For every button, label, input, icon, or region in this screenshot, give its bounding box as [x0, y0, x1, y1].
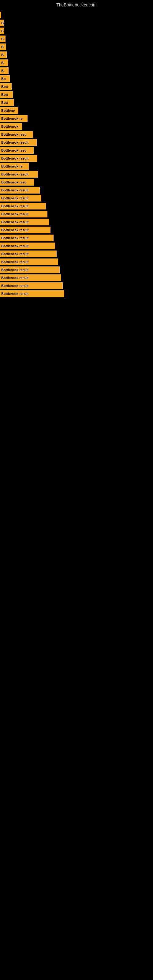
bar-item: Bottleneck result [0, 258, 58, 265]
bar-label: Bottleneck result [1, 172, 29, 176]
bar-label: B [1, 21, 4, 25]
bar-item: Bottleneck result [0, 211, 48, 218]
bar-label: Bottleneck result [1, 236, 29, 240]
bar-item: B [0, 67, 9, 74]
bar-item: Bottleneck result [0, 290, 64, 297]
bar-label: Bottleneck resu [1, 133, 27, 136]
bar-item: Bottleneck result [0, 195, 41, 202]
bar-label: Bott [1, 93, 8, 97]
bar-row: Bottlene [0, 107, 153, 114]
bar-item: B [0, 59, 8, 66]
bar-label: Bottleneck result [1, 244, 29, 248]
bar-row: Bottleneck resu [0, 147, 153, 154]
bar-label: Bottleneck re [1, 117, 22, 120]
bar-item: Bottleneck re [0, 115, 27, 122]
bar-row: Bottleneck result [0, 155, 153, 162]
bar-row: Bottleneck result [0, 250, 153, 257]
bar-row: Bottleneck result [0, 187, 153, 194]
bar-item: Bott [0, 83, 12, 90]
bar-row: B [0, 27, 153, 34]
bar-row: Bottleneck result [0, 219, 153, 225]
bar-row: Bottleneck [0, 123, 153, 130]
bar-item: Bottleneck result [0, 250, 57, 257]
bar-row: Bott [0, 99, 153, 106]
bar-row: Bo [0, 75, 153, 82]
bar-item: Bottleneck resu [0, 147, 33, 154]
bar-label: B [1, 53, 4, 57]
bar-row: Bottleneck result [0, 203, 153, 210]
bar-label: Bottleneck result [1, 276, 29, 280]
bar-row: Bottleneck result [0, 274, 153, 281]
bar-label: Bott [1, 85, 8, 89]
site-title: TheBottlenecker.com [0, 0, 153, 9]
bar-label: Bottleneck result [1, 268, 29, 272]
bar-row: B [0, 35, 153, 42]
bar-row: Bott [0, 91, 153, 98]
bar-label: Bottleneck result [1, 212, 29, 216]
bar-row: B [0, 59, 153, 66]
bar-item: Bottleneck result [0, 235, 54, 241]
bar-item: Bottleneck result [0, 203, 46, 210]
bar-label: Bottleneck re [1, 164, 22, 168]
bar-item: Bo [0, 75, 10, 82]
bar-item: Bott [0, 91, 13, 98]
bar-row: Bottleneck resu [0, 131, 153, 138]
bar-label: B [1, 29, 4, 33]
bar-item: Bottlene [0, 107, 18, 114]
bar-item: B [0, 43, 6, 50]
bar-label: Bottleneck result [1, 140, 29, 144]
bar-label: Bottleneck result [1, 196, 29, 200]
bar-item: Bottleneck result [0, 139, 37, 146]
bar-item: B [0, 27, 4, 34]
bar-label: Bottleneck resu [1, 180, 27, 184]
bar-item: Bottleneck result [0, 171, 38, 178]
bar-label: B [1, 37, 4, 41]
bar-label: B [1, 69, 4, 73]
bar-row: Bottleneck result [0, 243, 153, 249]
bar-label: B [1, 45, 4, 49]
bar-item: Bott [0, 99, 14, 106]
bar-item: Bottleneck resu [0, 131, 33, 138]
bar-label: Bottleneck result [1, 220, 29, 224]
bar-item: Bottleneck result [0, 219, 49, 225]
bar-label: Bottleneck result [1, 284, 29, 288]
bar-label: Bottleneck result [1, 188, 29, 192]
bar-label: Bo [1, 77, 6, 81]
bar-item: Bottleneck result [0, 187, 40, 194]
bar-row: Bottleneck re [0, 163, 153, 170]
bar-label: Bottleneck result [1, 228, 29, 232]
bar-label: Bottleneck [1, 125, 18, 128]
bar-row: Bottleneck result [0, 139, 153, 146]
bar-label: B [1, 61, 4, 65]
bar-row: Bottleneck result [0, 235, 153, 241]
bar-row: B [0, 51, 153, 58]
bar-row: Bottleneck result [0, 282, 153, 289]
bar-item: Bottleneck re [0, 163, 29, 170]
bar-item: Bottleneck [0, 123, 22, 130]
bar-row [0, 12, 153, 18]
bar-label: Bott [1, 101, 8, 105]
bar-label: Bottlene [1, 109, 15, 112]
bar-label: Bottleneck resu [1, 148, 27, 152]
bar-row: Bottleneck result [0, 171, 153, 178]
bar-row: Bottleneck result [0, 290, 153, 297]
bar-row: Bott [0, 83, 153, 90]
bar-item: B [0, 20, 4, 26]
bars-container: BBBBBBBBoBottBottBottBottleneBottleneck … [0, 9, 153, 298]
bar-row: Bottleneck result [0, 211, 153, 218]
bar-label: Bottleneck result [1, 252, 29, 256]
bar-item: Bottleneck result [0, 243, 55, 249]
bar-item: Bottleneck result [0, 155, 37, 162]
bar-item [0, 12, 1, 18]
bar-label: Bottleneck result [1, 156, 29, 160]
bar-item: Bottleneck result [0, 227, 51, 233]
bar-row: B [0, 43, 153, 50]
bar-row: Bottleneck result [0, 266, 153, 273]
bar-item: B [0, 51, 7, 58]
bar-item: Bottleneck resu [0, 179, 34, 186]
bar-item: B [0, 35, 5, 42]
bar-label: Bottleneck result [1, 204, 29, 208]
bar-item: Bottleneck result [0, 282, 63, 289]
bar-row: B [0, 67, 153, 74]
bar-row: B [0, 20, 153, 26]
